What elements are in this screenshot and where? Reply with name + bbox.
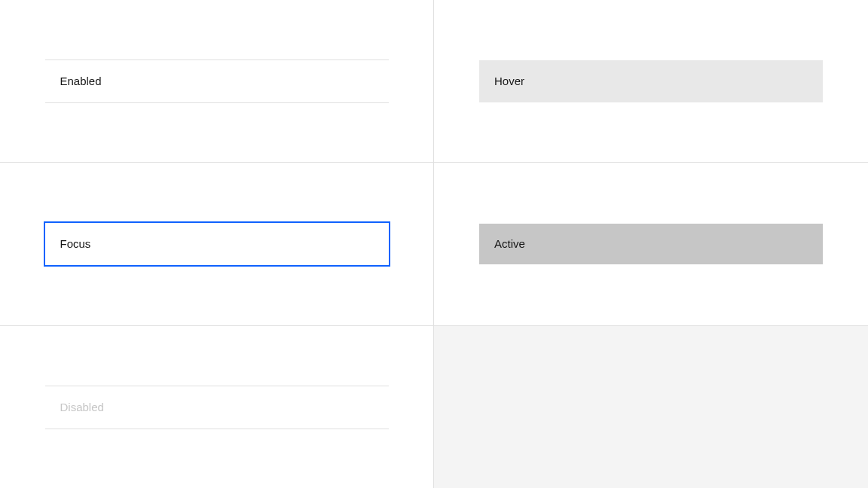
list-item-hover[interactable]: Hover	[479, 60, 823, 102]
cell-hover: Hover	[434, 0, 868, 163]
list-item-label: Enabled	[60, 75, 102, 87]
states-grid: Enabled Hover Focus Active Disabled	[0, 0, 868, 488]
list-item-label: Focus	[60, 237, 91, 250]
cell-enabled: Enabled	[0, 0, 434, 163]
cell-focus: Focus	[0, 163, 434, 326]
list-item-focus[interactable]: Focus	[45, 223, 389, 265]
list-item-enabled[interactable]: Enabled	[45, 59, 389, 103]
cell-active: Active	[434, 163, 868, 326]
list-item-disabled: Disabled	[45, 386, 389, 429]
list-item-label: Hover	[494, 75, 524, 87]
cell-disabled: Disabled	[0, 326, 434, 488]
list-item-active[interactable]: Active	[479, 224, 823, 264]
list-item-label: Active	[494, 237, 525, 250]
list-item-label: Disabled	[60, 401, 104, 413]
cell-empty	[434, 326, 868, 488]
